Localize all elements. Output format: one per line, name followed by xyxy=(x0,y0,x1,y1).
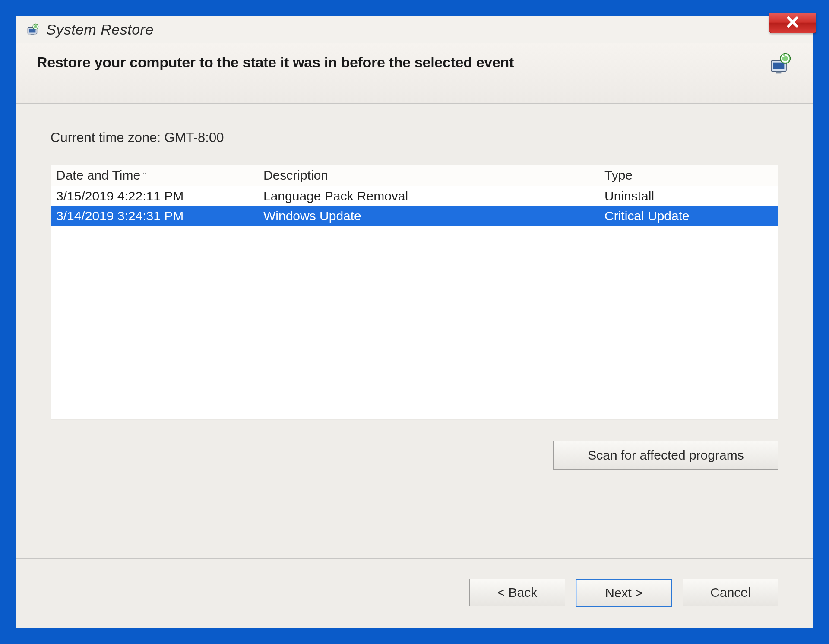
scan-row: Scan for affected programs xyxy=(51,441,778,470)
list-row[interactable]: 3/14/2019 3:24:31 PM Windows Update Crit… xyxy=(51,206,778,226)
scan-affected-programs-label: Scan for affected programs xyxy=(588,448,744,463)
column-header-description[interactable]: Description xyxy=(258,165,599,186)
back-button[interactable]: < Back xyxy=(469,579,565,606)
svg-rect-1 xyxy=(29,29,36,33)
system-restore-window: System Restore Restore your computer to … xyxy=(16,16,813,628)
cell-date: 3/14/2019 3:24:31 PM xyxy=(51,206,258,226)
system-restore-app-icon xyxy=(25,22,40,37)
list-header: Date and Time ⌄ Description Type xyxy=(51,165,778,186)
next-button-label: Next > xyxy=(605,586,643,600)
wizard-instruction: Restore your computer to the state it wa… xyxy=(37,54,514,71)
cancel-button[interactable]: Cancel xyxy=(683,579,778,606)
svg-rect-2 xyxy=(31,34,35,35)
back-button-label: < Back xyxy=(497,585,538,600)
window-chrome-border: System Restore Restore your computer to … xyxy=(4,4,825,640)
timezone-label: Current time zone: GMT-8:00 xyxy=(51,130,778,146)
cell-type: Critical Update xyxy=(599,206,778,226)
svg-rect-6 xyxy=(776,72,782,74)
list-row[interactable]: 3/15/2019 4:22:11 PM Language Pack Remov… xyxy=(51,186,778,206)
next-button[interactable]: Next > xyxy=(576,579,672,607)
close-icon xyxy=(785,15,800,31)
wizard-footer: < Back Next > Cancel xyxy=(16,558,813,628)
wizard-content: Current time zone: GMT-8:00 Date and Tim… xyxy=(16,104,813,558)
cell-description: Windows Update xyxy=(258,206,599,226)
cell-type: Uninstall xyxy=(599,186,778,206)
titlebar: System Restore xyxy=(16,16,813,43)
cell-description: Language Pack Removal xyxy=(258,186,599,206)
sort-descending-icon: ⌄ xyxy=(141,165,148,182)
cancel-button-label: Cancel xyxy=(710,585,750,600)
svg-rect-5 xyxy=(773,63,785,69)
restore-points-list[interactable]: Date and Time ⌄ Description Type 3/15/20… xyxy=(51,165,778,420)
column-header-description-label: Description xyxy=(263,165,328,185)
scan-affected-programs-button[interactable]: Scan for affected programs xyxy=(553,441,778,470)
window-title: System Restore xyxy=(46,21,154,38)
column-header-type[interactable]: Type xyxy=(599,165,778,186)
column-header-type-label: Type xyxy=(604,165,633,185)
column-header-date[interactable]: Date and Time ⌄ xyxy=(51,165,258,186)
cell-date: 3/15/2019 4:22:11 PM xyxy=(51,186,258,206)
system-restore-icon xyxy=(768,51,792,76)
column-header-date-label: Date and Time xyxy=(56,165,140,185)
close-button[interactable] xyxy=(769,13,816,33)
wizard-header: Restore your computer to the state it wa… xyxy=(16,43,813,104)
